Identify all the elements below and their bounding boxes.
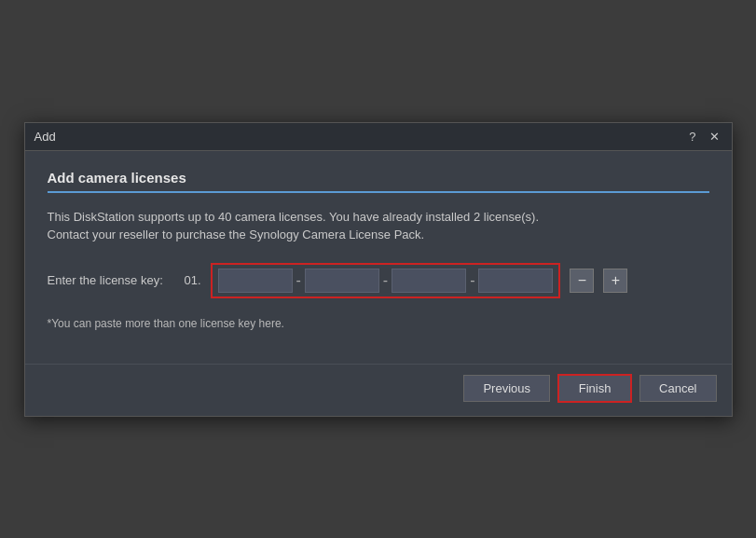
license-input-1[interactable] [218, 269, 293, 293]
dialog-body: Add camera licenses This DiskStation sup… [25, 151, 732, 364]
description-line2: Contact your reseller to purchase the Sy… [48, 228, 425, 241]
license-inputs-wrapper: - - - [211, 263, 561, 298]
separator-1: - [296, 272, 301, 289]
separator-3: - [470, 272, 474, 289]
separator-2: - [383, 272, 388, 289]
license-input-2[interactable] [305, 269, 379, 293]
paste-note: *You can paste more than one license key… [48, 317, 709, 330]
add-dialog: Add ? ✕ Add camera licenses This DiskSta… [24, 122, 733, 417]
description-line1: This DiskStation supports up to 40 camer… [48, 210, 540, 224]
close-button[interactable]: ✕ [707, 130, 722, 144]
license-number: 01. [178, 273, 201, 287]
finish-button[interactable]: Finish [557, 374, 632, 403]
title-bar: Add ? ✕ [25, 123, 732, 151]
license-key-row: Enter the license key: 01. - - - − + [48, 263, 709, 298]
remove-license-button[interactable]: − [570, 269, 594, 293]
section-title: Add camera licenses [48, 170, 186, 186]
dialog-title: Add [34, 130, 56, 144]
license-label: Enter the license key: [48, 273, 169, 287]
previous-button[interactable]: Previous [463, 375, 550, 402]
section-header: Add camera licenses [48, 170, 709, 193]
title-bar-actions: ? ✕ [686, 130, 722, 144]
footer: Previous Finish Cancel [25, 364, 732, 416]
help-button[interactable]: ? [686, 130, 698, 144]
description-text: This DiskStation supports up to 40 camer… [48, 208, 709, 244]
add-license-button[interactable]: + [603, 269, 627, 293]
cancel-button[interactable]: Cancel [639, 375, 716, 402]
license-input-3[interactable] [392, 269, 466, 293]
license-input-4[interactable] [478, 269, 553, 293]
